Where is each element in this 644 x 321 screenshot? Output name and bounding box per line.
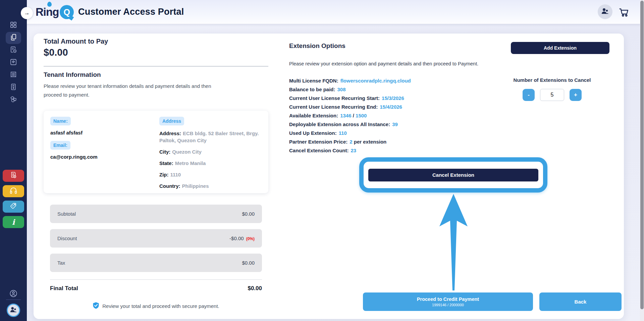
extension-count-input[interactable] <box>540 89 564 101</box>
price-tag-icon <box>9 202 17 211</box>
page-scrollbar <box>640 0 644 321</box>
sidebar-pricing-button[interactable] <box>3 201 24 213</box>
summary-row-value: $0.00 <box>242 211 255 217</box>
info-icon: i <box>12 218 15 226</box>
ringq-logo: Ring Q <box>36 4 74 20</box>
cancel-stepper-section: Number of Extensions to Cancel - + <box>490 77 614 101</box>
sidebar-item-invoices[interactable] <box>6 82 21 94</box>
users-icon <box>601 7 609 16</box>
tenant-info-heading: Tenant Information <box>44 71 101 78</box>
sidebar-item-tags[interactable] <box>6 57 21 69</box>
final-total-row: Final Total $0.00 <box>50 285 262 292</box>
address-row-label: State: <box>159 160 173 166</box>
tenant-name-value: asfasf afsfasf <box>50 130 159 136</box>
detail-value: 23 <box>351 148 357 153</box>
detail-value: 110 <box>339 130 347 136</box>
extension-detail-row: Partner Extension Price:2 per extension <box>289 138 411 146</box>
headset-icon <box>9 186 18 196</box>
detail-label: Used Up Extension: <box>289 130 337 136</box>
shapes-icon <box>10 96 17 104</box>
detail-label: Partner Extension Price: <box>289 139 347 145</box>
detail-label: Multi License FQDN: <box>289 78 338 84</box>
detail-value: 2 <box>350 139 352 145</box>
cancel-stepper-label: Number of Extensions to Cancel <box>490 77 614 83</box>
detail-label: Balance to be paid: <box>289 87 335 92</box>
extension-detail-row: Balance to be paid:308 <box>289 85 411 94</box>
detail-suffix: per extension <box>353 139 387 145</box>
summary-row-value: -$0.00 <box>229 235 244 241</box>
detail-value: 15/3/2026 <box>382 95 404 101</box>
address-row-value: Philippines <box>182 183 209 189</box>
sidebar-item-pending-orders[interactable] <box>6 44 21 56</box>
extension-detail-row: Current User License Recurring End:15/4/… <box>289 103 411 111</box>
address-row-value: Metro Manila <box>175 160 206 166</box>
address-row: Address:ECB bldg. 52 Baler Street, Brgy.… <box>159 130 260 144</box>
billing-invoice-icon <box>9 171 17 180</box>
documents-copy-icon <box>10 34 17 42</box>
detail-value: flowersconradplc.ringq.cloud <box>340 78 411 84</box>
extension-options-heading: Extension Options <box>289 42 345 50</box>
summary-row-value: $0.00 <box>242 260 255 266</box>
proceed-to-credit-payment-button[interactable]: Proceed to Credit Payment 1999146 / 2000… <box>363 292 533 311</box>
detail-value: 39 <box>392 121 398 127</box>
summary-row: Discount -$0.00(0%) <box>50 229 262 248</box>
sidebar-divider <box>6 300 21 300</box>
header-user-avatar[interactable] <box>598 4 612 19</box>
final-total-label: Final Total <box>50 285 78 292</box>
total-divider <box>44 66 268 66</box>
sidebar-item-dashboard[interactable] <box>6 19 21 32</box>
extension-detail-row: Cancel Extension Count:23 <box>289 146 411 155</box>
address-row: State:Metro Manila <box>159 160 260 167</box>
detail-separator: / <box>352 113 356 118</box>
address-rows: Address:ECB bldg. 52 Baler Street, Brgy.… <box>159 130 262 190</box>
extension-detail-row: Multi License FQDN:flowersconradplc.ring… <box>289 76 411 85</box>
invoice-doc-icon <box>10 83 17 92</box>
scrollbar-thumb[interactable] <box>640 1 644 309</box>
increment-button[interactable]: + <box>570 89 582 101</box>
summary-row: Subtotal $0.00 <box>50 205 262 223</box>
name-badge: Name: <box>50 117 71 125</box>
cancel-extension-button[interactable]: Cancel Extension <box>368 169 538 181</box>
extension-description: Please review your extension option and … <box>289 61 478 66</box>
cart-icon <box>618 12 630 18</box>
tenant-info-card: Name: asfasf afsfasf Email: ca@corp.ring… <box>44 111 268 193</box>
detail-value: 308 <box>337 87 346 92</box>
sidebar-billing-button[interactable] <box>3 170 24 182</box>
cart-button[interactable] <box>618 6 630 18</box>
extension-detail-row: Deployable Extension across All Instance… <box>289 120 411 129</box>
sidebar-avatar-button[interactable] <box>7 304 20 317</box>
tenant-info-description: Please review your tenant information de… <box>44 82 230 99</box>
logo-text-ring: Ring <box>36 6 59 18</box>
summary-row-label: Tax <box>57 260 65 266</box>
summary-row-label: Discount <box>57 235 77 241</box>
email-badge: Email: <box>50 141 70 150</box>
sidebar-info-button[interactable]: i <box>3 216 24 228</box>
tutorial-highlight-box: Cancel Extension <box>359 157 547 193</box>
document-clock-icon <box>10 46 17 55</box>
logo-q-bubble: Q <box>60 5 74 19</box>
main-content-card: Total Amount to Pay $0.00 Tenant Informa… <box>34 34 624 319</box>
sidebar-support-button[interactable] <box>3 185 24 197</box>
sidebar-item-quotes[interactable] <box>6 32 21 44</box>
sidebar-item-receipts[interactable] <box>6 69 21 81</box>
shield-check-icon <box>93 302 99 310</box>
add-extension-button[interactable]: Add Extension <box>511 42 609 54</box>
detail-label: Deployable Extension across All Instance… <box>289 121 390 127</box>
tag-box-icon <box>10 58 17 67</box>
address-row: Country:Philippines <box>159 182 260 190</box>
tutorial-arrow-up-icon <box>437 194 470 291</box>
final-total-value: $0.00 <box>248 285 262 292</box>
detail-value-2: 1500 <box>356 113 367 118</box>
detail-label: Current User License Recurring End: <box>289 104 378 110</box>
detail-label: Cancel Extension Count: <box>289 148 349 153</box>
sidebar-collapse-toggle[interactable]: → <box>21 7 33 19</box>
credit-balance-text: 1999146 / 2000000 <box>432 303 464 307</box>
back-button[interactable]: Back <box>539 292 622 311</box>
proceed-button-label: Proceed to Credit Payment <box>417 297 479 302</box>
decrement-button[interactable]: - <box>523 89 535 101</box>
receipt-lines-icon <box>10 71 17 79</box>
sidebar-item-products[interactable] <box>6 94 21 106</box>
detail-value: 15/4/2026 <box>380 104 402 110</box>
sidebar-account-icon[interactable] <box>0 289 27 299</box>
address-row-label: Country: <box>159 183 180 189</box>
